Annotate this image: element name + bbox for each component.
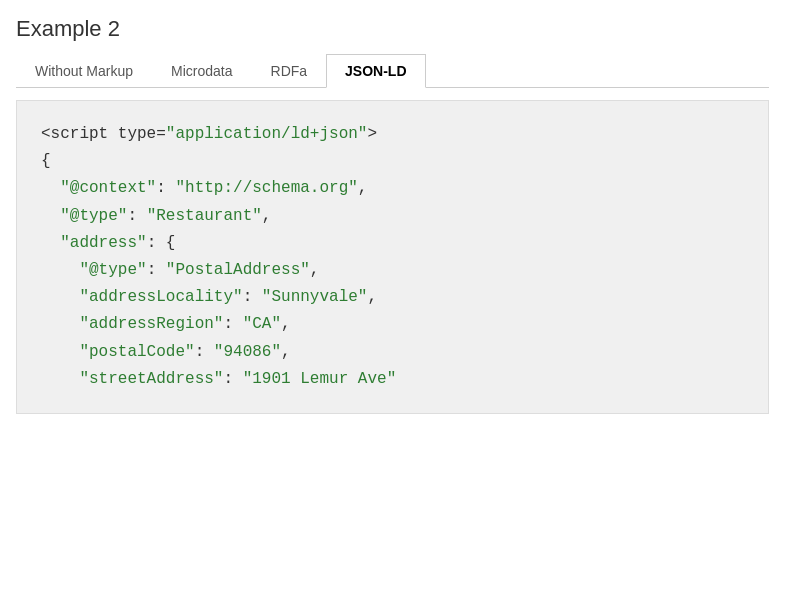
tab-rdfa[interactable]: RDFa: [252, 54, 327, 88]
tab-json-ld[interactable]: JSON-LD: [326, 54, 425, 88]
code-line-1: <script type="application/ld+json">: [41, 125, 377, 143]
tab-microdata[interactable]: Microdata: [152, 54, 251, 88]
tabs-container: Without Markup Microdata RDFa JSON-LD: [16, 54, 769, 88]
tab-without-markup[interactable]: Without Markup: [16, 54, 152, 88]
page-title: Example 2: [16, 16, 769, 42]
code-block: <script type="application/ld+json"> { "@…: [16, 100, 769, 414]
